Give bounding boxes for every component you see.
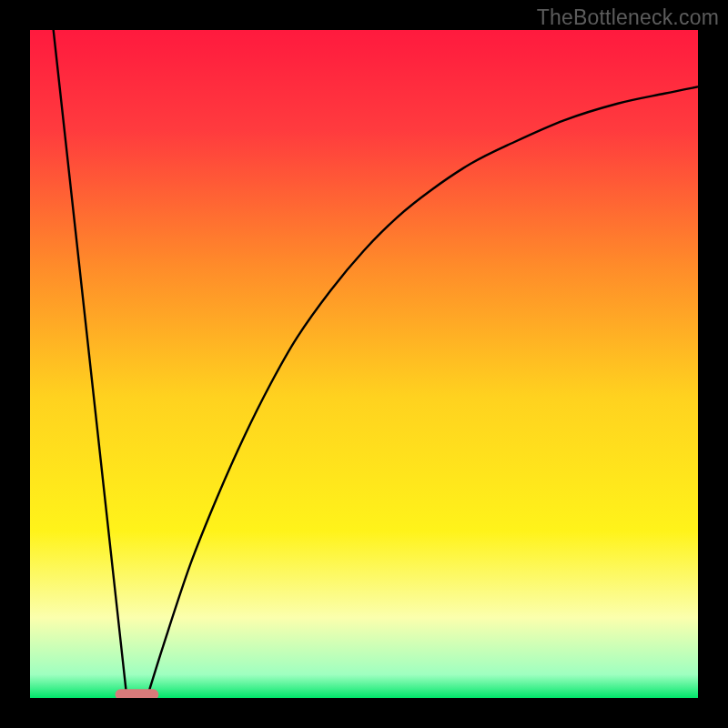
gradient-background <box>30 30 698 698</box>
chart-frame: TheBottleneck.com <box>0 0 728 728</box>
plot-area <box>30 30 698 698</box>
chart-svg <box>30 30 698 698</box>
bottom-pill-marker <box>116 689 159 698</box>
watermark-text: TheBottleneck.com <box>537 5 719 30</box>
